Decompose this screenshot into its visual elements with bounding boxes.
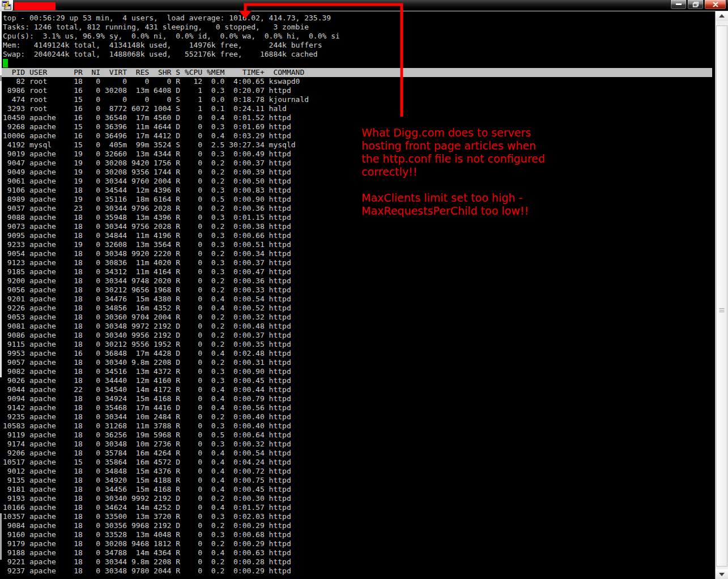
process-row: 3293 root 16 0 8772 6072 1004 S 1 0.1 0:… — [0, 104, 715, 113]
process-row: 9094 apache 18 0 34924 15m 4168 R 0 0.4 … — [0, 394, 715, 403]
process-row: 9201 apache 18 0 34476 15m 4380 R 0 0.4 … — [0, 295, 715, 304]
process-row: 9037 apache 23 0 30344 9796 2028 R 0 0.2… — [0, 204, 715, 213]
process-row: 9044 apache 22 0 34540 14m 4172 R 0 0.4 … — [0, 385, 715, 394]
process-row: 9056 apache 18 0 30212 9656 1968 R 0 0.2… — [0, 286, 715, 295]
scrollbar-down-button[interactable] — [716, 569, 728, 579]
up-arrow-icon — [719, 14, 725, 18]
process-row: 9953 apache 16 0 36848 17m 4428 D 0 0.4 … — [0, 349, 715, 358]
process-row: 9084 apache 18 0 30356 9968 2192 D 0 0.2… — [0, 521, 715, 530]
background-window-edge — [0, 11, 2, 75]
annotation-line: MaxRequestsPerChild too low!! — [361, 205, 529, 218]
process-row: 9233 apache 19 0 32608 13m 3564 R 0 0.3 … — [0, 240, 715, 249]
process-row: 9095 apache 18 0 34844 11m 4196 R 0 0.3 … — [0, 231, 715, 240]
process-row: 9268 apache 15 0 36396 11m 4644 D 0 0.3 … — [0, 122, 715, 131]
restore-button[interactable] — [687, 0, 704, 10]
process-row: 9174 apache 18 0 30348 10m 2736 R 0 0.3 … — [0, 440, 715, 449]
process-row: 9179 apache 18 0 30208 9468 1812 R 0 0.2… — [0, 539, 715, 548]
process-row: 9200 apache 18 0 30344 9748 2020 R 0 0.2… — [0, 276, 715, 286]
process-row: 9123 apache 18 0 30836 11m 4020 R 0 0.3 … — [0, 258, 715, 267]
putty-terminal-icon[interactable] — [2, 1, 11, 10]
annotation-paragraph-2: MaxClients limit set too high -MaxReques… — [361, 191, 529, 218]
process-row: 9054 apache 18 0 30348 9920 2220 R 0 0.2… — [0, 249, 715, 258]
process-row: 9012 apache 18 0 34848 15m 4376 R 0 0.4 … — [0, 467, 715, 476]
annotation-line: correctly!! — [361, 165, 545, 178]
terminal-cursor — [3, 59, 8, 67]
process-row: 9142 apache 18 0 35468 17m 4416 D 0 0.4 … — [0, 403, 715, 412]
scrollbar-up-button[interactable] — [716, 11, 728, 21]
process-row: 9188 apache 18 0 34788 14m 4364 R 0 0.4 … — [0, 548, 715, 557]
process-row: 9135 apache 18 0 34920 15m 4188 R 0 0.4 … — [0, 476, 715, 485]
process-row: 8986 root 16 0 30208 13m 6408 D 1 0.3 0:… — [0, 86, 715, 95]
process-row: 10583 apache 18 0 31268 11m 3788 R 0 0.3… — [0, 422, 715, 431]
process-row: 9081 apache 18 0 30348 9972 2192 D 0 0.2… — [0, 322, 715, 331]
process-row: 10450 apache 16 0 36540 17m 4560 D 0 0.4… — [0, 113, 715, 122]
scrollbar-track[interactable] — [715, 11, 728, 579]
annotation-line: the http.conf file is not configured — [361, 152, 545, 165]
annotation-line: hosting front page articles when — [361, 139, 545, 152]
close-button[interactable] — [704, 0, 726, 10]
terminal-screen: top - 00:56:29 up 53 min, 4 users, load … — [0, 11, 715, 579]
background-window-edge — [0, 75, 2, 81]
process-row: 9115 apache 18 0 30212 9556 1952 R 0 0.2… — [0, 340, 715, 349]
process-row: 82 root 18 0 0 0 0 R 12 0.0 4:00.65 kswa… — [0, 77, 715, 86]
process-row: 9237 apache 18 0 30348 9780 2044 R 0 0.2… — [0, 567, 715, 576]
terminal-summary-line: Swap: 2040244k total, 1488068k used, 552… — [0, 50, 715, 59]
process-row: 9026 apache 18 0 34440 12m 4160 R 0 0.3 … — [0, 376, 715, 385]
process-row: 9206 apache 18 0 35784 16m 4264 R 0 0.4 … — [0, 449, 715, 458]
process-row: 9119 apache 18 0 36256 19m 5968 R 0 0.5 … — [0, 431, 715, 440]
top-summary: top - 00:56:29 up 53 min, 4 users, load … — [0, 14, 715, 59]
terminal-summary-line: top - 00:56:29 up 53 min, 4 users, load … — [0, 14, 715, 23]
process-row: 4192 mysql 15 0 405m 99m 3524 S 0 2.5 30… — [0, 141, 715, 150]
process-row: 9181 apache 18 0 34456 15m 4168 R 0 0.4 … — [0, 485, 715, 494]
terminal-summary-line: Mem: 4149124k total, 4134148k used, 1497… — [0, 41, 715, 50]
annotation-line: What Digg.com does to servers — [361, 126, 545, 139]
process-row: 10357 apache 18 0 33500 13m 3720 R 0 0.3… — [0, 512, 715, 521]
annotation-line: MaxClients limit set too high - — [361, 191, 529, 205]
process-table: 82 root 18 0 0 0 0 R 12 0.0 4:00.65 kswa… — [0, 77, 715, 576]
process-row: 9088 apache 18 0 35948 13m 4396 R 0 0.3 … — [0, 213, 715, 222]
process-row: 9185 apache 18 0 34312 11m 4164 R 0 0.3 … — [0, 267, 715, 276]
process-row: 8989 apache 19 0 35116 18m 6164 R 0 0.5 … — [0, 195, 715, 204]
process-row: 10166 apache 18 0 34624 14m 4252 D 0 0.4… — [0, 503, 715, 512]
thumb-grip-icon — [720, 308, 725, 313]
minimize-button[interactable] — [670, 0, 687, 10]
close-icon — [713, 2, 718, 7]
down-arrow-icon — [719, 573, 725, 576]
process-row: 9073 apache 18 0 30344 9756 2028 R 0 0.2… — [0, 222, 715, 231]
process-row: 9019 apache 19 0 32660 13m 4344 R 0 0.3 … — [0, 150, 715, 159]
process-row: 9160 apache 18 0 33528 13m 4048 R 0 0.3 … — [0, 530, 715, 539]
terminal-summary-line: Cpu(s): 3.1% us, 96.9% sy, 0.0% ni, 0.0%… — [0, 32, 715, 41]
process-row: 9226 apache 18 0 34856 16m 4352 R 0 0.4 … — [0, 304, 715, 313]
process-row: 9086 apache 18 0 30340 9956 2192 D 0 0.2… — [0, 331, 715, 340]
background-window-edge — [0, 513, 2, 560]
process-row: 9221 apache 18 0 30344 9.8m 2208 R 0 0.2… — [0, 557, 715, 567]
process-row: 9235 apache 18 0 30344 10m 2484 R 0 0.2 … — [0, 412, 715, 422]
process-row: 9057 apache 18 0 30340 9.8m 2208 D 0 0.2… — [0, 358, 715, 367]
minimize-icon — [676, 3, 682, 5]
process-row: 9082 apache 18 0 34516 13m 4372 R 0 0.3 … — [0, 367, 715, 376]
annotation-paragraph-1: What Digg.com does to servershosting fro… — [361, 126, 545, 178]
process-row: 9106 apache 18 0 34544 12m 4396 R 0 0.3 … — [0, 186, 715, 195]
process-table-header: PID USER PR NI VIRT RES SHR S %CPU %MEM … — [0, 68, 712, 77]
restore-icon — [692, 2, 699, 7]
process-row: 10517 apache 15 0 35864 16m 4572 D 0 0.4… — [0, 458, 715, 467]
process-row: 9047 apache 19 0 30208 9420 1756 R 0 0.2… — [0, 159, 715, 168]
process-row: 9053 apache 18 0 30360 9704 2004 R 0 0.2… — [0, 313, 715, 322]
process-row: 9193 apache 18 0 30340 9992 2192 D 0 0.2… — [0, 494, 715, 503]
terminal-cursor-line — [0, 59, 715, 68]
titlebar — [0, 0, 728, 11]
process-row: 10006 apache 16 0 36496 17m 4412 D 0 0.4… — [0, 131, 715, 141]
terminal-summary-line: Tasks: 1246 total, 812 running, 431 slee… — [0, 23, 715, 32]
window-controls — [670, 0, 726, 10]
background-window-edge — [0, 81, 2, 377]
process-row: 9061 apache 19 0 30344 9760 2004 R 0 0.2… — [0, 177, 715, 186]
title-redaction-box — [14, 2, 56, 10]
process-row: 9049 apache 19 0 30208 9356 1744 R 0 0.2… — [0, 168, 715, 177]
process-row: 474 root 15 0 0 0 0 S 1 0.0 0:18.78 kjou… — [0, 95, 715, 104]
scrollbar-thumb[interactable] — [716, 25, 727, 567]
